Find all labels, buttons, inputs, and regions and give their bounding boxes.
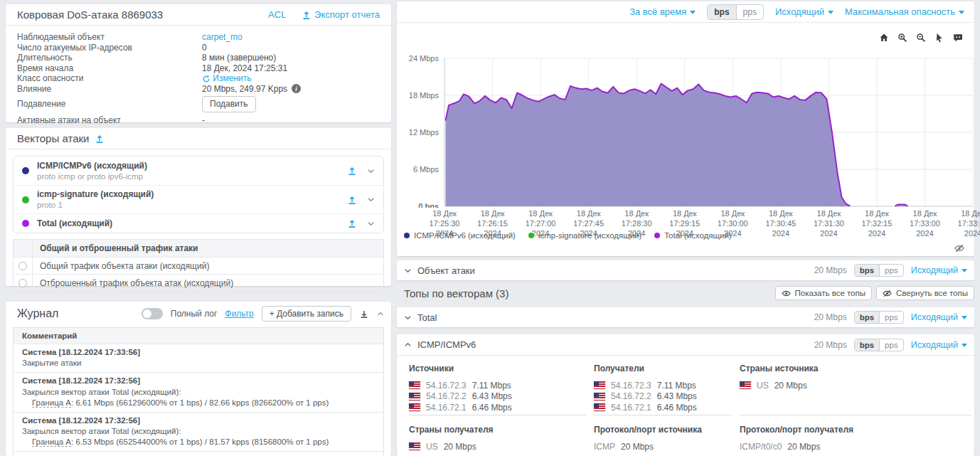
zoom-out-icon[interactable] (916, 33, 926, 43)
attack-target-row[interactable]: Объект атаки 20 Mbps bpspps Исходящий (397, 260, 974, 280)
home-icon[interactable] (879, 33, 889, 43)
upload-icon (302, 10, 311, 20)
vector-color-dot (22, 196, 29, 203)
show-all-tops-button[interactable]: Показать все топы (775, 286, 872, 300)
divider (594, 415, 731, 415)
refresh-icon (202, 75, 211, 83)
export-report-link[interactable]: Экспорт отчета (302, 9, 380, 21)
bps-option[interactable]: bps (855, 339, 879, 351)
pps-option[interactable]: pps (879, 265, 903, 276)
upload-icon[interactable] (95, 134, 105, 144)
us-flag-icon (409, 442, 420, 450)
traffic-area-chart[interactable]: 24 Mbps18 Mbps12 Mbps6 Mbps0 bps (397, 51, 974, 208)
top-item: 54.16.72.26.43 Mbps (409, 391, 512, 403)
legend-item[interactable]: Total (исходящий) (654, 231, 731, 240)
observed-object-link[interactable]: carpet_mo (202, 32, 243, 43)
field-value: 8 мин (завершено) (202, 53, 276, 63)
vector-row[interactable]: icmp-signature (исходящий) proto 1 (14, 185, 383, 213)
bps-option[interactable]: bps (855, 265, 879, 276)
change-class-link[interactable]: Изменить (202, 73, 251, 84)
chevron-up-icon[interactable] (377, 310, 384, 317)
field-value: 18 Дек, 2024 17:25:31 (202, 63, 287, 74)
journal-panel: Журнал Полный лог Фильтр + Добавить запи… (6, 302, 391, 456)
top-destinations: Получатели 54.16.72.37.11 Mbps 54.16.72.… (594, 364, 697, 413)
field-label: Число атакуемых IP-адресов (17, 43, 202, 53)
vector-row[interactable]: Total (исходящий) (14, 213, 383, 233)
vector-name: icmp-signature (исходящий) (37, 189, 154, 200)
upload-icon[interactable] (347, 166, 357, 176)
caret-down-icon (962, 316, 967, 322)
svg-text:12 Mbps: 12 Mbps (409, 128, 440, 137)
legend-dot (528, 233, 534, 238)
chevron-down-icon[interactable] (404, 267, 412, 275)
direction-dropdown[interactable]: Исходящий (911, 340, 967, 350)
svg-text:0 bps: 0 bps (418, 202, 439, 208)
us-flag-icon (409, 393, 420, 401)
boundary-link[interactable]: Граница А (32, 438, 71, 447)
radio-dropped-traffic[interactable] (18, 279, 27, 287)
field-label: Время начала (17, 63, 202, 74)
chevron-down-icon[interactable] (367, 220, 375, 228)
journal-title: Журнал (17, 307, 58, 320)
top-dst-proto: Протокол/порт получателя ICMP/t0/c020 Mb… (740, 425, 853, 452)
suppress-button[interactable]: Подавить (202, 96, 256, 112)
x-tick-label: 18 Дек17:33:002024 (910, 209, 940, 238)
legend-item[interactable]: ICMP/ICMPv6 (исходящий) (404, 231, 516, 240)
field-value: 0 (202, 43, 207, 53)
vector-name: ICMP/ICMPv6 (исходящий) (37, 161, 147, 171)
eye-off-icon[interactable] (954, 244, 964, 253)
bps-option[interactable]: bps (708, 5, 735, 19)
vector-color-dot (22, 167, 29, 174)
chevron-up-icon[interactable] (404, 341, 412, 349)
vector-name: Total (исходящий) (37, 218, 112, 229)
full-log-toggle[interactable] (142, 308, 163, 319)
info-icon[interactable] (292, 84, 301, 93)
boundary-link[interactable]: Граница А (32, 398, 71, 408)
direction-dropdown[interactable]: Исходящий (911, 265, 967, 275)
traffic-row-label: Общий трафик объекта атаки (исходящий) (33, 258, 216, 274)
x-tick-label: 18 Дек17:30:452024 (765, 209, 796, 238)
collapse-all-tops-button[interactable]: Свернуть все топы (876, 286, 974, 300)
comment-icon[interactable] (953, 33, 963, 43)
total-vector-row[interactable]: Total 20 Mbps bpspps Исходящий (397, 307, 974, 327)
top-sources: Источники 54.16.72.37.11 Mbps 54.16.72.2… (409, 364, 512, 413)
direction-dropdown[interactable]: Исходящий (911, 312, 967, 322)
acl-link[interactable]: ACL (268, 9, 286, 20)
attack-info-panel: Ковровая DoS-атака 8869033 ACL Экспорт о… (6, 4, 391, 122)
pps-option[interactable]: pps (879, 339, 903, 351)
chevron-down-icon[interactable] (404, 314, 412, 322)
us-flag-icon (594, 403, 605, 411)
us-flag-icon (594, 381, 605, 389)
radio-total-traffic[interactable] (18, 262, 27, 270)
tops-title: Топы по векторам (3) (404, 287, 508, 299)
section-label: Total (417, 312, 437, 323)
chevron-down-icon[interactable] (367, 167, 375, 175)
field-label: Влияние (17, 84, 202, 95)
caret-down-icon (828, 11, 833, 17)
field-label: Активные атаки на объект (17, 115, 202, 126)
bps-option[interactable]: bps (855, 312, 879, 323)
caret-down-icon (959, 11, 964, 17)
unit-toggle: bps pps (707, 4, 764, 20)
legend-item[interactable]: icmp-signature (исходящий) (528, 231, 641, 240)
download-icon[interactable] (359, 309, 369, 319)
section-label: ICMP/ICMPv6 (417, 339, 476, 350)
pps-option[interactable]: pps (879, 312, 903, 323)
chevron-down-icon[interactable] (367, 196, 375, 203)
section-label: Объект атаки (417, 265, 475, 276)
time-range-dropdown[interactable]: За всё время (629, 6, 696, 17)
zoom-in-icon[interactable] (898, 33, 907, 43)
upload-icon[interactable] (347, 195, 357, 205)
vector-row[interactable]: ICMP/ICMPv6 (исходящий) proto icmp or pr… (14, 157, 383, 185)
filter-link[interactable]: Фильтр (225, 309, 253, 319)
cursor-icon[interactable] (934, 33, 944, 43)
severity-dropdown[interactable]: Максимальная опасность (845, 6, 964, 17)
add-entry-button[interactable]: + Добавить запись (262, 306, 351, 322)
direction-dropdown[interactable]: Исходящий (775, 6, 833, 17)
upload-icon[interactable] (347, 218, 357, 228)
us-flag-icon (409, 403, 420, 411)
pps-option[interactable]: pps (736, 5, 763, 19)
field-label: Наблюдаемый объект (17, 32, 202, 43)
caret-down-icon (962, 344, 967, 350)
top-item: 54.16.72.16.46 Mbps (594, 402, 697, 413)
